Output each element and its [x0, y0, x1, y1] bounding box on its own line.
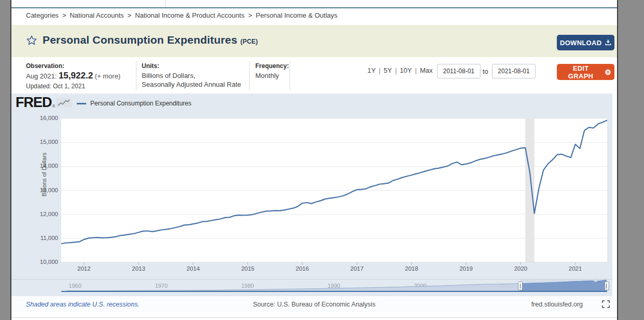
x-tick: 2018: [393, 265, 430, 272]
observation-date: Aug 2021:: [26, 72, 57, 80]
frequency-value: Monthly: [255, 71, 289, 80]
pipe-separator: |: [379, 66, 380, 74]
fullscreen-icon[interactable]: [602, 300, 610, 308]
units-line1: Billions of Dollars,: [142, 71, 241, 80]
y-tick: 16,000: [21, 115, 58, 121]
pipe-separator: |: [415, 66, 417, 74]
title-bar: Personal Consumption Expenditures(PCE) D…: [11, 25, 617, 57]
navigator-left-handle[interactable]: [518, 282, 523, 290]
x-tick: 2017: [339, 265, 375, 272]
observation-more-link[interactable]: (+ more): [95, 72, 120, 80]
info-divider: [136, 61, 136, 90]
x-tick: 2020: [502, 265, 539, 272]
observation-column: Observation: Aug 2021: 15,922.2 (+ more)…: [26, 62, 120, 90]
x-tick: 2016: [284, 265, 321, 272]
header-rule: [11, 7, 617, 8]
fred-logo[interactable]: FRED ®: [16, 96, 72, 110]
page-title: Personal Consumption Expenditures(PCE): [43, 34, 258, 46]
frequency-column: Frequency: Monthly: [255, 62, 289, 80]
range-navigator[interactable]: [61, 279, 607, 292]
info-bar: Observation: Aug 2021: 15,922.2 (+ more)…: [11, 57, 617, 94]
units-line2: Seasonally Adjusted Annual Rate: [142, 80, 241, 89]
download-label: DOWNLOAD: [560, 39, 601, 47]
breadcrumb-personal-income-outlays[interactable]: Personal Income & Outlays: [256, 11, 338, 19]
download-button[interactable]: DOWNLOAD: [557, 35, 614, 50]
x-tick: 2019: [448, 265, 484, 272]
series-title: Personal Consumption Expenditures: [43, 34, 237, 46]
graph-footer: Shaded areas indicate U.S. recessions. S…: [11, 296, 617, 313]
y-axis-title: Billions of Dollars: [41, 143, 47, 206]
bottom-rule: [11, 317, 617, 318]
window-frame-left: [0, 0, 11, 320]
pipe-separator: |: [395, 66, 396, 74]
legend-line-swatch: [77, 103, 86, 104]
top-strip-divider: [165, 0, 166, 7]
fred-logo-text: FRED: [16, 96, 52, 110]
observation-updated: Updated: Oct 1, 2021: [26, 83, 120, 90]
y-tick: 10,000: [21, 259, 58, 265]
fred-page: Categories>National Accounts>National In…: [0, 0, 644, 320]
download-icon: [605, 39, 611, 46]
info-divider: [249, 61, 250, 90]
range-5y[interactable]: 5Y: [383, 66, 392, 74]
gear-icon: ⚙: [605, 69, 611, 76]
x-tick: 2012: [66, 265, 102, 272]
fred-logo-registered: ®: [52, 104, 56, 109]
y-tick: 11,000: [21, 235, 58, 241]
observation-label: Observation:: [26, 62, 120, 70]
units-label: Units:: [142, 62, 241, 70]
series-abbr: (PCE): [240, 38, 258, 45]
edit-graph-label: EDIT GRAPH: [560, 64, 601, 80]
date-to-label: to: [483, 68, 488, 75]
breadcrumb-nipa[interactable]: National Income & Product Accounts: [135, 11, 244, 19]
y-tick: 13,000: [21, 187, 58, 193]
range-1y[interactable]: 1Y: [367, 66, 376, 74]
window-frame-right: [617, 0, 644, 320]
graph-container: FRED ® Personal Consumption Expenditures…: [11, 94, 612, 296]
page-content: Categories>National Accounts>National In…: [11, 0, 617, 320]
main-plot[interactable]: [61, 118, 607, 262]
breadcrumb-categories[interactable]: Categories: [26, 11, 59, 19]
units-column: Units: Billions of Dollars, Seasonally A…: [142, 62, 241, 89]
range-10y[interactable]: 10Y: [400, 66, 412, 74]
y-tick: 14,000: [21, 163, 58, 169]
y-tick: 12,000: [21, 211, 58, 217]
frequency-label: Frequency:: [255, 62, 289, 70]
edit-graph-button[interactable]: EDIT GRAPH ⚙: [557, 64, 614, 80]
fred-site-link[interactable]: fred.stlouisfed.org: [531, 301, 583, 308]
chart-legend: Personal Consumption Expenditures: [77, 100, 191, 107]
favorite-star-icon[interactable]: [26, 35, 37, 46]
breadcrumb-separator: >: [128, 11, 132, 19]
breadcrumb: Categories>National Accounts>National In…: [26, 11, 337, 19]
date-from-input[interactable]: [437, 64, 481, 78]
breadcrumb-national-accounts[interactable]: National Accounts: [70, 11, 124, 19]
range-max[interactable]: Max: [420, 66, 433, 74]
y-tick: 15,000: [21, 139, 58, 145]
breadcrumb-separator: >: [248, 11, 252, 19]
observation-value: 15,922.2: [59, 71, 93, 81]
x-tick: 2021: [557, 265, 594, 272]
legend-label: Personal Consumption Expenditures: [90, 100, 191, 107]
x-tick: 2015: [229, 265, 266, 272]
x-tick: 2014: [175, 265, 211, 272]
range-shortcuts: 1Y|5Y|10Y|Max: [367, 66, 433, 74]
navigator-right-handle[interactable]: [605, 282, 609, 290]
recessions-note-link[interactable]: Shaded areas indicate U.S. recessions.: [26, 301, 140, 308]
info-divider: [290, 61, 290, 90]
date-to-input[interactable]: [492, 64, 536, 78]
fred-sparkline-icon: [56, 98, 72, 108]
breadcrumb-separator: >: [62, 11, 66, 19]
browser-top-strip: [11, 0, 617, 7]
x-tick: 2013: [120, 265, 157, 272]
